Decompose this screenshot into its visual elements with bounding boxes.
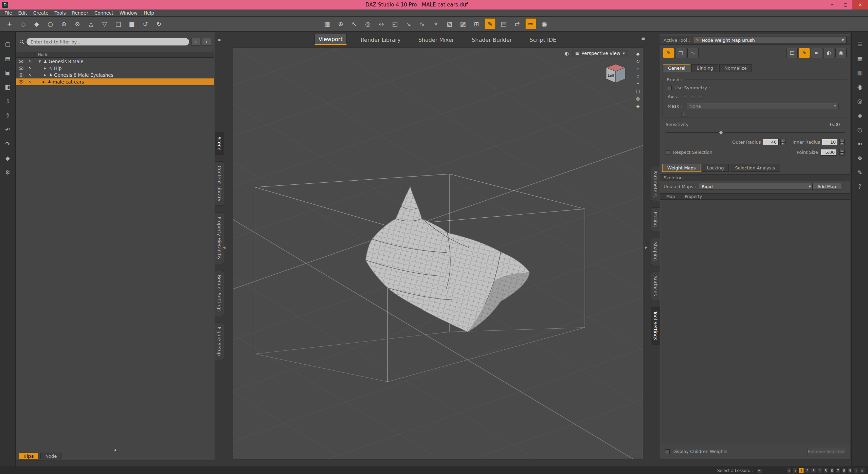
filter-next-button[interactable]: › [202, 38, 211, 45]
point-size-stepper[interactable]: ▲ ▼ [839, 149, 845, 156]
rotate-tool-icon[interactable]: ◎ [362, 18, 373, 29]
add-map-button[interactable]: Add Map [812, 183, 841, 190]
null-node-icon[interactable]: ○ [45, 18, 56, 29]
smooth-mode-icon[interactable]: ≈ [811, 48, 822, 58]
weight-map-list[interactable] [661, 200, 850, 443]
viewport-globe-icon[interactable]: ◐ [565, 51, 569, 56]
pager-next-button[interactable]: › [854, 468, 859, 473]
surface-selection-tool-icon[interactable]: ▧ [444, 18, 455, 29]
import-icon[interactable]: ⇩ [3, 96, 13, 106]
chevron-down-icon[interactable]: ▼ [756, 468, 762, 473]
pane-menu-icon[interactable]: ≡ [217, 37, 221, 42]
menu-item[interactable]: Window [116, 10, 141, 16]
align-tool-icon[interactable]: ▽ [99, 18, 110, 29]
view-orientation-cube[interactable]: Left [604, 62, 627, 86]
marquee-mode-button[interactable]: □ [675, 48, 686, 58]
frame-node-icon[interactable]: ◇ [18, 18, 29, 29]
group-node-icon[interactable]: □ [113, 18, 124, 29]
page-5[interactable]: 5 [823, 468, 828, 473]
selection-cursor-icon[interactable]: ↖ [25, 79, 35, 84]
redo-icon[interactable]: ↻ [153, 18, 164, 29]
weight-paint-mode-icon[interactable]: ▤ [786, 48, 798, 58]
open-file-icon[interactable]: ▤ [3, 53, 13, 63]
gradient-mode-icon[interactable]: ◐ [823, 48, 834, 58]
selection-cursor-icon[interactable]: ↖ [25, 73, 35, 77]
tab-general[interactable]: General [663, 64, 690, 72]
bone-tool-icon[interactable]: ⊕ [58, 18, 69, 29]
expand-arrow-icon[interactable]: ▼ [37, 60, 42, 63]
tab-scene[interactable]: Scene [215, 132, 224, 155]
aux-viewport-icon[interactable]: ▦ [855, 53, 865, 63]
axis-y-radio[interactable] [691, 94, 695, 99]
axis-x-radio[interactable] [683, 94, 687, 99]
visibility-eye-icon[interactable] [16, 67, 25, 70]
selection-cursor-icon[interactable]: ↖ [25, 66, 35, 71]
axis-z-radio[interactable] [699, 94, 703, 99]
view-cube-toggle-icon[interactable]: ◆ [634, 50, 642, 57]
lights-pane-icon[interactable]: ◉ [855, 82, 865, 92]
scale-tool-icon[interactable]: ◱ [390, 18, 400, 29]
zoom-view-icon[interactable]: ⌖ [634, 80, 642, 87]
save-as-icon[interactable]: ◧ [3, 82, 13, 92]
tab-shaping[interactable]: Shaping [651, 238, 660, 265]
menu-item[interactable]: Help [141, 10, 157, 16]
shader-pane-icon[interactable]: ❖ [855, 153, 865, 163]
timeline-pane-icon[interactable]: ◷ [855, 125, 865, 134]
save-file-icon[interactable]: ▣ [3, 68, 13, 77]
mask-dropdown[interactable]: None ▼ [687, 103, 839, 109]
script-pane-icon[interactable]: ✎ [855, 167, 865, 177]
cameras-pane-icon[interactable]: ◎ [855, 96, 865, 106]
viewport-canvas[interactable]: ◐ ▦ Perspective View ▼ Left [233, 47, 643, 459]
aim-view-icon[interactable]: ◎ [634, 95, 642, 102]
geometry-region-icon[interactable]: ▤ [498, 18, 509, 29]
page-8[interactable]: 8 [842, 468, 847, 473]
menu-item[interactable]: Create [30, 10, 52, 16]
pan-view-icon[interactable]: + [634, 65, 642, 72]
pager-first-button[interactable]: « [786, 468, 792, 473]
menu-item[interactable]: Connect [91, 10, 116, 16]
brush-mode-icon[interactable]: ✎ [799, 48, 810, 58]
collapse-left-pane-arrow[interactable]: ◀ [223, 245, 225, 249]
scene-filter-input[interactable] [26, 38, 189, 46]
scene-info-pane-icon[interactable]: ☰ [855, 39, 865, 49]
expand-arrow-icon[interactable]: ▶ [43, 67, 48, 70]
collapse-right-pane-arrow[interactable]: ▶ [645, 245, 648, 249]
tab-normalize[interactable]: Normalize [719, 64, 752, 72]
page-3[interactable]: 3 [811, 468, 816, 473]
view-selector-dropdown[interactable]: ▦ Perspective View ▼ [572, 50, 628, 57]
menu-item[interactable]: File [1, 10, 15, 16]
tab-weight-maps[interactable]: Weight Maps [662, 164, 701, 172]
preferences-gear-icon[interactable]: ⚙ [3, 167, 13, 177]
tab-posing[interactable]: Posing [651, 207, 660, 231]
selection-cursor-icon[interactable]: ↖ [25, 59, 35, 64]
visibility-eye-icon[interactable] [16, 80, 25, 84]
inner-radius-stepper[interactable]: ▲ ▼ [839, 139, 845, 145]
undo-icon[interactable]: ↺ [140, 18, 151, 29]
outer-radius-stepper[interactable]: ▲ ▼ [780, 139, 785, 145]
panel-splitter-handle[interactable]: ▲ [16, 448, 215, 451]
instance-node-icon[interactable]: ■ [126, 18, 137, 29]
translate-tool-icon[interactable]: ↔ [376, 18, 387, 29]
expand-arrow-icon[interactable]: ▶ [41, 80, 46, 84]
tab-tool-settings[interactable]: Tool Settings [651, 307, 660, 345]
tab-locking[interactable]: Locking [702, 164, 729, 172]
pager-last-button[interactable]: » [860, 468, 865, 473]
sensitivity-slider[interactable] [666, 131, 845, 135]
lesson-selector[interactable]: Select a Lesson... ▼ [717, 467, 762, 474]
active-tool-dropdown[interactable]: ✎ Node Weight Map Brush ▼ [693, 37, 847, 44]
new-node-icon[interactable]: + [4, 18, 15, 29]
node-selection-tool-icon[interactable]: ↖ [349, 18, 360, 29]
weight-brush-icon[interactable]: ✏ [525, 18, 536, 29]
ik-chain-icon[interactable]: △ [86, 18, 96, 29]
measure-tool-icon[interactable]: ⌖ [430, 18, 441, 29]
page-6[interactable]: 6 [829, 468, 834, 473]
content-icon[interactable]: ◆ [3, 153, 13, 163]
tab-render-settings[interactable]: Render Settings [215, 271, 224, 316]
page-4[interactable]: 4 [817, 468, 822, 473]
page-2[interactable]: 2 [805, 468, 810, 473]
align-pane-icon[interactable]: ▥ [855, 68, 865, 77]
node-icon[interactable]: ◆ [31, 18, 42, 29]
render-camera-icon[interactable]: ◉ [539, 18, 550, 29]
undo-icon[interactable]: ↶ [3, 125, 13, 134]
slider-handle[interactable] [719, 130, 723, 135]
